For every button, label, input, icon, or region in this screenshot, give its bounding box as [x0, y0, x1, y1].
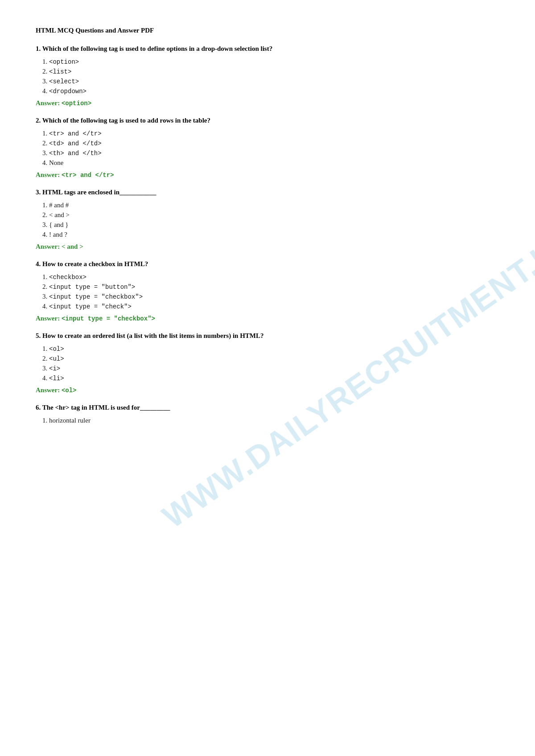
list-item: <select>	[49, 78, 499, 85]
question-block-6: 6. The <hr> tag in HTML is used for_____…	[36, 404, 499, 424]
question-5-answer: Answer: <ol>	[36, 386, 499, 394]
question-6-text: 6. The <hr> tag in HTML is used for_____…	[36, 404, 499, 411]
list-item: <list>	[49, 68, 499, 75]
list-item: <li>	[49, 374, 499, 382]
list-item: < and >	[49, 211, 499, 219]
question-4-text: 4. How to create a checkbox in HTML?	[36, 260, 499, 268]
doc-title: HTML MCQ Questions and Answer PDF	[36, 27, 499, 34]
question-1-text: 1. Which of the following tag is used to…	[36, 45, 499, 53]
question-4-answer: Answer: <input type = "checkbox">	[36, 315, 499, 322]
question-block-4: 4. How to create a checkbox in HTML? <ch…	[36, 260, 499, 322]
list-item: <dropdown>	[49, 87, 499, 95]
question-1-options: <option> <list> <select> <dropdown>	[49, 58, 499, 95]
question-5-options: <ol> <ul> <i> <li>	[49, 345, 499, 382]
list-item: <ul>	[49, 355, 499, 362]
question-4-options: <checkbox> <input type = "button"> <inpu…	[49, 273, 499, 310]
list-item: <ol>	[49, 345, 499, 353]
question-block-5: 5. How to create an ordered list (a list…	[36, 332, 499, 394]
question-block-1: 1. Which of the following tag is used to…	[36, 45, 499, 107]
list-item: <input type = "check">	[49, 303, 499, 310]
list-item: <td> and </td>	[49, 140, 499, 147]
list-item: <tr> and </tr>	[49, 130, 499, 137]
question-2-text: 2. Which of the following tag is used to…	[36, 117, 499, 124]
question-6-options: horizontal ruler	[49, 417, 499, 424]
question-2-options: <tr> and </tr> <td> and </td> <th> and <…	[49, 130, 499, 167]
question-3-options: # and # < and > { and } ! and ?	[49, 201, 499, 238]
question-3-answer: Answer: < and >	[36, 243, 499, 251]
list-item: None	[49, 159, 499, 167]
list-item: <i>	[49, 365, 499, 372]
list-item: <input type = "button">	[49, 283, 499, 291]
list-item: <checkbox>	[49, 273, 499, 281]
list-item: <th> and </th>	[49, 149, 499, 157]
question-5-text: 5. How to create an ordered list (a list…	[36, 332, 499, 340]
question-2-answer: Answer: <tr> and </tr>	[36, 171, 499, 179]
question-block-2: 2. Which of the following tag is used to…	[36, 117, 499, 179]
list-item: <input type = "checkbox">	[49, 293, 499, 300]
list-item: <option>	[49, 58, 499, 66]
list-item: ! and ?	[49, 231, 499, 238]
list-item: # and #	[49, 201, 499, 209]
question-1-answer: Answer: <option>	[36, 99, 499, 107]
list-item: { and }	[49, 221, 499, 229]
question-3-text: 3. HTML tags are enclosed in___________	[36, 189, 499, 196]
list-item: horizontal ruler	[49, 417, 499, 424]
question-block-3: 3. HTML tags are enclosed in___________ …	[36, 189, 499, 251]
